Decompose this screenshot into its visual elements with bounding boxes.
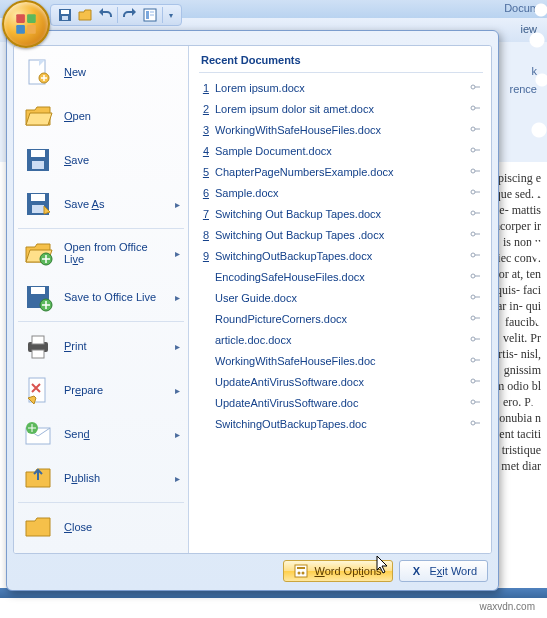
menu-savelive[interactable]: Save to Office Live▸	[14, 275, 188, 319]
svg-point-29	[471, 85, 475, 89]
office-button[interactable]	[2, 0, 50, 48]
menu-prepare[interactable]: Prepare▸	[14, 368, 188, 412]
openlive-icon	[22, 237, 54, 269]
menu-publish[interactable]: Publish▸	[14, 456, 188, 500]
menu-save-label: Save	[64, 154, 180, 166]
pin-icon[interactable]	[469, 144, 483, 158]
recent-documents-list: 1Lorem ipsum.docx2Lorem ipsum dolor sit …	[199, 77, 483, 434]
menu-print[interactable]: Print▸	[14, 324, 188, 368]
watermark: waxvdn.com	[479, 601, 535, 612]
recent-doc-item[interactable]: 9SwitchingOutBackupTapes.docx	[199, 245, 483, 266]
menu-saveas[interactable]: Save As▸	[14, 182, 188, 226]
recent-doc-name: WorkingWithSafeHouseFiles.doc	[215, 355, 463, 367]
recent-doc-item[interactable]: article.doc.docx	[199, 329, 483, 350]
recent-doc-item[interactable]: User Guide.docx	[199, 287, 483, 308]
pin-icon[interactable]	[469, 354, 483, 368]
menu-separator	[18, 321, 184, 322]
submenu-arrow-icon: ▸	[175, 473, 180, 484]
recent-doc-item[interactable]: 5ChapterPageNumbersExample.docx	[199, 161, 483, 182]
office-menu: NewOpenSaveSave As▸Open from Office Live…	[6, 30, 499, 591]
pin-icon[interactable]	[469, 102, 483, 116]
svg-point-33	[471, 169, 475, 173]
qat-open-icon[interactable]	[77, 7, 93, 23]
pin-icon[interactable]	[469, 333, 483, 347]
recent-documents-header: Recent Documents	[199, 52, 483, 73]
recent-doc-item[interactable]: SwitchingOutBackupTapes.doc	[199, 413, 483, 434]
qat-style-icon[interactable]	[142, 7, 158, 23]
svg-rect-17	[31, 194, 45, 201]
office-menu-commands: NewOpenSaveSave As▸Open from Office Live…	[14, 46, 189, 553]
pin-icon[interactable]	[469, 417, 483, 431]
pin-icon[interactable]	[469, 123, 483, 137]
qat-customize-dropdown-icon[interactable]: ▾	[167, 7, 175, 23]
recent-doc-accelerator: 1	[199, 82, 209, 94]
menu-close[interactable]: Close	[14, 505, 188, 549]
menu-new[interactable]: New	[14, 50, 188, 94]
submenu-arrow-icon: ▸	[175, 248, 180, 259]
recent-doc-accelerator: 6	[199, 187, 209, 199]
svg-rect-15	[32, 161, 44, 169]
qat-separator	[117, 7, 118, 23]
recent-doc-item[interactable]: 8Switching Out Backup Tapes .docx	[199, 224, 483, 245]
print-icon	[22, 330, 54, 362]
pin-icon[interactable]	[469, 375, 483, 389]
recent-doc-accelerator: 7	[199, 208, 209, 220]
svg-point-48	[298, 572, 301, 575]
recent-doc-item[interactable]: 4Sample Document.docx	[199, 140, 483, 161]
pin-icon[interactable]	[469, 186, 483, 200]
close-icon: X	[410, 564, 424, 578]
menu-separator	[18, 228, 184, 229]
word-options-button[interactable]: Word Options	[283, 560, 392, 582]
pin-icon[interactable]	[469, 207, 483, 221]
menu-save[interactable]: Save	[14, 138, 188, 182]
menu-send[interactable]: Send▸	[14, 412, 188, 456]
pin-icon[interactable]	[469, 249, 483, 263]
qat-redo-icon[interactable]	[122, 7, 138, 23]
pin-icon[interactable]	[469, 312, 483, 326]
recent-doc-name: EncodingSafeHouseFiles.docx	[215, 271, 463, 283]
pin-icon[interactable]	[469, 291, 483, 305]
recent-doc-item[interactable]: RoundPictureCorners.docx	[199, 308, 483, 329]
recent-doc-name: Lorem ipsum.docx	[215, 82, 463, 94]
recent-doc-item[interactable]: 6Sample.docx	[199, 182, 483, 203]
menu-separator	[18, 502, 184, 503]
recent-doc-item[interactable]: EncodingSafeHouseFiles.docx	[199, 266, 483, 287]
menu-open[interactable]: Open	[14, 94, 188, 138]
recent-doc-name: User Guide.docx	[215, 292, 463, 304]
exit-word-button[interactable]: X Exit Word	[399, 560, 488, 582]
qat-separator-2	[162, 7, 163, 23]
recent-doc-item[interactable]: 1Lorem ipsum.docx	[199, 77, 483, 98]
pin-icon[interactable]	[469, 81, 483, 95]
recent-doc-name: Switching Out Backup Tapes .docx	[215, 229, 463, 241]
recent-doc-item[interactable]: WorkingWithSafeHouseFiles.doc	[199, 350, 483, 371]
recent-doc-name: Lorem ipsum dolor sit amet.docx	[215, 103, 463, 115]
office-menu-body: NewOpenSaveSave As▸Open from Office Live…	[13, 45, 492, 554]
pin-icon[interactable]	[469, 165, 483, 179]
pin-icon[interactable]	[469, 270, 483, 284]
menu-open-label: Open	[64, 110, 180, 122]
recent-doc-item[interactable]: UpdateAntiVirusSoftware.docx	[199, 371, 483, 392]
svg-rect-6	[150, 14, 154, 16]
recent-doc-name: ChapterPageNumbersExample.docx	[215, 166, 463, 178]
recent-doc-name: Switching Out Backup Tapes.docx	[215, 208, 463, 220]
pin-icon[interactable]	[469, 228, 483, 242]
svg-rect-8	[27, 14, 36, 23]
recent-doc-item[interactable]: 2Lorem ipsum dolor sit amet.docx	[199, 98, 483, 119]
recent-doc-item[interactable]: UpdateAntiVirusSoftware.doc	[199, 392, 483, 413]
quick-access-toolbar: ▾	[50, 4, 182, 26]
recent-doc-accelerator: 3	[199, 124, 209, 136]
recent-doc-name: SwitchingOutBackupTapes.docx	[215, 250, 463, 262]
svg-rect-7	[16, 14, 25, 23]
qat-undo-icon[interactable]	[97, 7, 113, 23]
recent-doc-name: Sample Document.docx	[215, 145, 463, 157]
recent-doc-name: WorkingWithSafeHouseFiles.docx	[215, 124, 463, 136]
qat-save-icon[interactable]	[57, 7, 73, 23]
submenu-arrow-icon: ▸	[175, 429, 180, 440]
menu-openlive[interactable]: Open from Office Live▸	[14, 231, 188, 275]
pin-icon[interactable]	[469, 396, 483, 410]
recent-doc-item[interactable]: 3WorkingWithSafeHouseFiles.docx	[199, 119, 483, 140]
word-options-label: Word Options	[314, 565, 381, 577]
recent-doc-item[interactable]: 7Switching Out Backup Tapes.docx	[199, 203, 483, 224]
svg-point-41	[471, 337, 475, 341]
svg-rect-47	[297, 567, 305, 569]
